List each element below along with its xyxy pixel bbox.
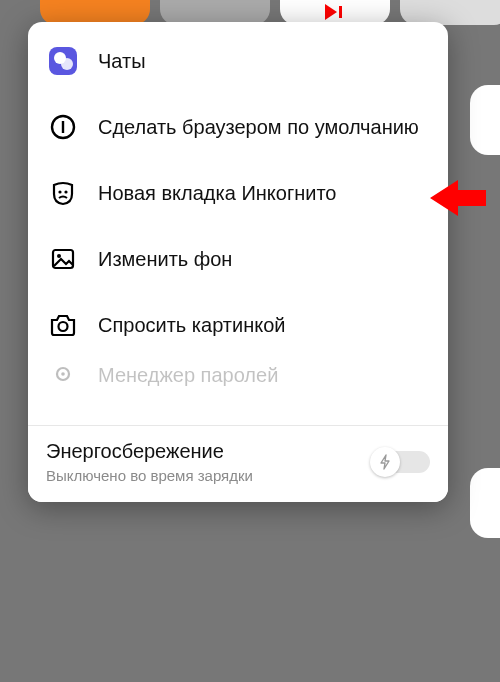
svg-point-7 [58, 190, 61, 193]
svg-marker-0 [325, 4, 337, 20]
chats-icon [46, 44, 80, 78]
energy-saving-toggle[interactable] [374, 451, 430, 473]
energy-saving-subtitle: Выключено во время зарядки [46, 467, 374, 484]
background-card-edge [470, 85, 500, 155]
svg-point-8 [64, 190, 67, 193]
svg-rect-1 [339, 6, 342, 18]
screen-background: Чаты Сделать браузером по умолчанию [0, 0, 500, 682]
menu-item-default-browser[interactable]: Сделать браузером по умолчанию [28, 94, 448, 160]
svg-point-11 [59, 322, 68, 331]
svg-point-10 [57, 254, 61, 258]
energy-saving-text: Энергосбережение Выключено во время заря… [46, 440, 374, 484]
energy-saving-row[interactable]: Энергосбережение Выключено во время заря… [28, 425, 448, 502]
menu-item-incognito-tab[interactable]: Новая вкладка Инкогнито [28, 160, 448, 226]
menu-item-change-background[interactable]: Изменить фон [28, 226, 448, 292]
svg-point-13 [61, 372, 65, 376]
browser-menu-sheet: Чаты Сделать браузером по умолчанию [28, 22, 448, 502]
key-icon [46, 360, 80, 394]
menu-item-label: Сделать браузером по умолчанию [98, 116, 438, 139]
menu-item-label: Изменить фон [98, 248, 438, 271]
bolt-icon [377, 454, 393, 470]
menu-item-label: Менеджер паролей [98, 364, 438, 387]
menu-item-search-by-image[interactable]: Спросить картинкой [28, 292, 448, 358]
image-icon [46, 242, 80, 276]
menu-item-label: Новая вкладка Инкогнито [98, 182, 438, 205]
yandex-icon [46, 110, 80, 144]
svg-point-4 [61, 58, 73, 70]
energy-saving-title: Энергосбережение [46, 440, 374, 463]
menu-list: Чаты Сделать браузером по умолчанию [28, 22, 448, 425]
toggle-knob [370, 447, 400, 477]
menu-item-label: Чаты [98, 50, 438, 73]
camera-icon [46, 308, 80, 342]
menu-item-label: Спросить картинкой [98, 314, 438, 337]
background-card-edge [470, 468, 500, 538]
menu-item-password-manager[interactable]: Менеджер паролей [28, 358, 448, 408]
menu-item-chats[interactable]: Чаты [28, 28, 448, 94]
incognito-mask-icon [46, 176, 80, 210]
